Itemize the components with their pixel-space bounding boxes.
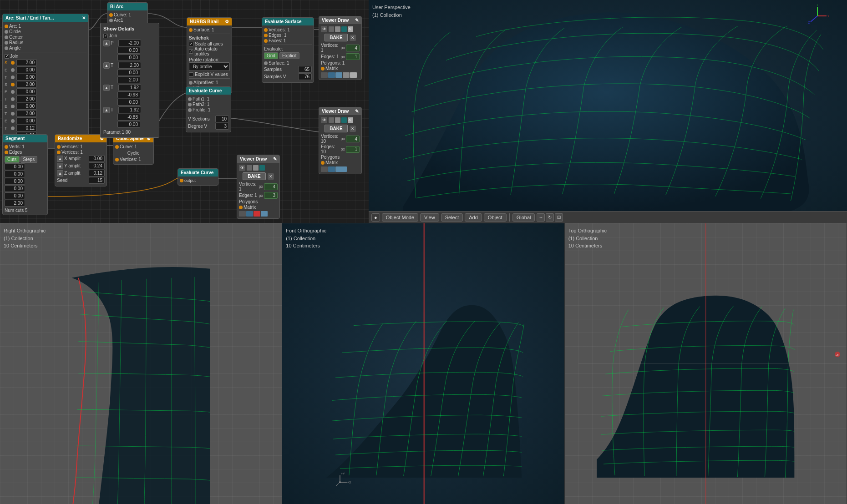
show-details-join-cb[interactable] bbox=[103, 34, 108, 38]
seg-v4[interactable] bbox=[5, 185, 25, 192]
t8-field[interactable] bbox=[117, 114, 140, 121]
vd2-x2[interactable]: ✕ bbox=[350, 126, 356, 132]
vd1-x-btn[interactable]: ✕ bbox=[348, 26, 353, 32]
vd3-vis-icon[interactable]: 👁 bbox=[239, 165, 245, 171]
x-amplit-input[interactable] bbox=[89, 155, 105, 162]
t-field[interactable] bbox=[118, 62, 141, 69]
view-btn[interactable]: View bbox=[420, 213, 439, 222]
bake-btn-2[interactable]: BAKE bbox=[325, 125, 347, 132]
vd3-swatch4[interactable] bbox=[261, 211, 268, 217]
scale-all-cb[interactable] bbox=[189, 42, 193, 46]
vd1-swatch3[interactable] bbox=[335, 72, 342, 78]
vd1-swatch5[interactable] bbox=[350, 72, 357, 78]
seg-v6[interactable] bbox=[5, 200, 25, 207]
viewport-main[interactable]: User Perspective (1) Collection X Y Z bbox=[369, 0, 847, 223]
vd3-swatch1[interactable] bbox=[239, 211, 246, 217]
vd2-px2[interactable] bbox=[346, 146, 360, 153]
arc-t3-input[interactable] bbox=[16, 110, 37, 117]
arc-e2-input[interactable] bbox=[16, 88, 37, 95]
vd2-vis-icon[interactable]: 👁 bbox=[321, 117, 327, 123]
vd3-mode1[interactable] bbox=[247, 165, 252, 171]
vd2-mode1[interactable] bbox=[329, 117, 334, 123]
seed-input[interactable] bbox=[89, 177, 105, 184]
vd2-x-btn[interactable]: ✕ bbox=[348, 117, 353, 123]
p3-field[interactable] bbox=[117, 54, 140, 61]
arc-s2-input[interactable] bbox=[16, 81, 37, 88]
seg-v5[interactable] bbox=[5, 192, 25, 199]
vd1-mode3[interactable] bbox=[341, 26, 347, 32]
explicit-v-cb[interactable] bbox=[189, 72, 193, 77]
rotate-icon[interactable]: ↻ bbox=[546, 213, 554, 222]
vd3-swatch3[interactable] bbox=[254, 211, 260, 217]
vd1-mode2[interactable] bbox=[335, 26, 340, 32]
vd1-mode1[interactable] bbox=[329, 26, 334, 32]
t4-field[interactable] bbox=[118, 84, 141, 91]
v-sections-input[interactable] bbox=[215, 116, 229, 122]
auto-rotate-cb[interactable] bbox=[189, 49, 193, 54]
t5-field[interactable] bbox=[117, 91, 140, 98]
z-amplit-btn[interactable]: ▲ bbox=[57, 170, 63, 176]
explicit-btn[interactable]: Explicit bbox=[279, 52, 299, 59]
object-btn[interactable]: Object bbox=[484, 213, 507, 222]
object-mode-btn[interactable]: Object Mode bbox=[382, 213, 418, 222]
y-amplit-btn[interactable]: ▲ bbox=[57, 163, 63, 169]
select-btn[interactable]: Select bbox=[441, 213, 463, 222]
vd2-swatch2[interactable] bbox=[328, 166, 335, 172]
bake-btn-3[interactable]: BAKE bbox=[243, 172, 265, 180]
vd3-mode2[interactable] bbox=[253, 165, 259, 171]
arc-t4-input[interactable] bbox=[16, 125, 37, 131]
z-amplit-input[interactable] bbox=[89, 170, 105, 176]
bake-btn-1[interactable]: BAKE bbox=[325, 34, 347, 41]
samples-input[interactable] bbox=[298, 66, 312, 73]
seg-v2[interactable] bbox=[5, 171, 25, 177]
t3-field[interactable] bbox=[117, 76, 140, 83]
t2-btn-up[interactable]: ▲ bbox=[103, 85, 110, 91]
cuts-btn[interactable]: Cuts bbox=[5, 156, 20, 163]
degree-v-input[interactable] bbox=[215, 123, 229, 130]
vd2-px1[interactable] bbox=[346, 136, 360, 142]
p-field[interactable] bbox=[118, 40, 141, 46]
arc-t-input[interactable] bbox=[16, 74, 37, 81]
vd1-swatch1[interactable] bbox=[321, 72, 328, 78]
vd1-swatch2[interactable] bbox=[328, 72, 335, 78]
samples-v-input[interactable] bbox=[298, 73, 312, 80]
vd3-mode3[interactable] bbox=[259, 165, 265, 171]
scale-icon[interactable]: ⊡ bbox=[555, 213, 563, 222]
profile-rotation-select[interactable]: By profile bbox=[189, 62, 230, 71]
t7-field[interactable] bbox=[118, 106, 141, 113]
vd3-x2[interactable]: ✕ bbox=[268, 173, 274, 180]
t3-btn-up[interactable]: ▲ bbox=[103, 107, 110, 113]
arc-e3-input[interactable] bbox=[16, 103, 37, 110]
arc-node-close[interactable]: ✕ bbox=[82, 15, 86, 20]
arc-e4-input[interactable] bbox=[16, 117, 37, 124]
vd1-x2[interactable]: ✕ bbox=[350, 35, 356, 41]
p-btn-up[interactable]: ▲ bbox=[103, 40, 110, 46]
add-btn[interactable]: Add bbox=[465, 213, 482, 222]
steps-btn[interactable]: Steps bbox=[20, 156, 38, 163]
vd1-px1[interactable] bbox=[346, 45, 360, 51]
vd3-swatch2[interactable] bbox=[246, 211, 253, 217]
mode-icon[interactable]: ● bbox=[371, 213, 380, 222]
join-checkbox[interactable] bbox=[5, 54, 9, 59]
vd3-px2[interactable] bbox=[264, 192, 278, 199]
vd2-mode2[interactable] bbox=[335, 117, 340, 123]
t2-field[interactable] bbox=[117, 69, 140, 76]
seg-v3[interactable] bbox=[5, 178, 25, 185]
seg-v1[interactable] bbox=[5, 163, 25, 170]
node-editor[interactable]: Arc: Start / End / Tan... ✕ Arc: 1 Circl… bbox=[0, 0, 369, 223]
x-amplit-btn[interactable]: ▲ bbox=[57, 156, 63, 162]
y-amplit-input[interactable] bbox=[89, 162, 105, 169]
t9-field[interactable] bbox=[117, 121, 140, 128]
arc-s-input[interactable] bbox=[16, 59, 37, 66]
vd2-mode3[interactable] bbox=[341, 117, 347, 123]
p2-field[interactable] bbox=[117, 47, 140, 54]
viewport-front[interactable]: Font Orthographic (1) Collection 10 Cent… bbox=[282, 223, 564, 504]
t-btn-up[interactable]: ▲ bbox=[103, 62, 110, 69]
t6-field[interactable] bbox=[117, 99, 140, 106]
vd3-px1[interactable] bbox=[264, 183, 278, 190]
arc-e-input[interactable] bbox=[16, 66, 37, 73]
global-btn[interactable]: Global bbox=[512, 213, 535, 222]
grid-btn[interactable]: Grid bbox=[264, 52, 278, 59]
viewport-top[interactable]: Top Orthographic (1) Collection 10 Centi… bbox=[565, 223, 847, 504]
vd1-swatch4[interactable] bbox=[343, 72, 350, 78]
